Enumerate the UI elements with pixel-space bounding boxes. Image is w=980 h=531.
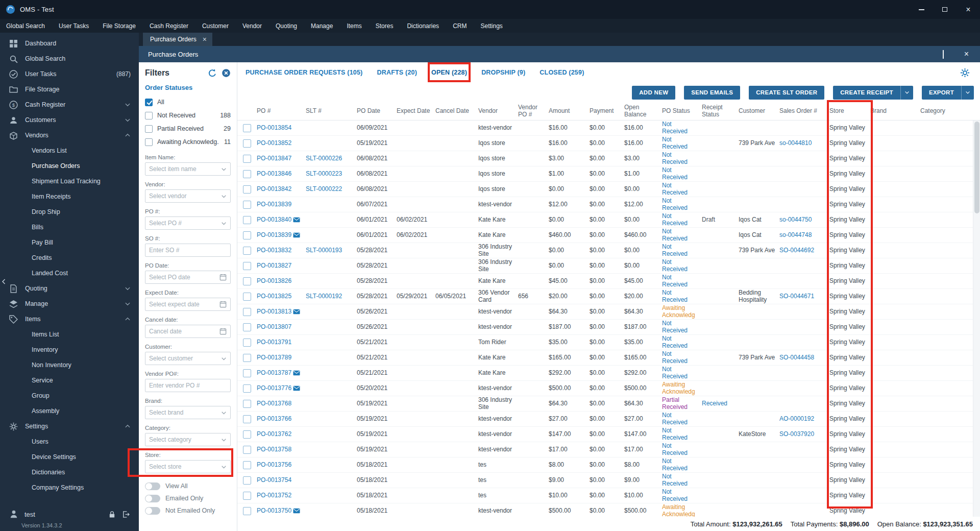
po-link[interactable]: PO-0013826 <box>257 278 291 285</box>
column-header[interactable]: Vendor <box>478 108 518 115</box>
row-checkbox[interactable] <box>243 415 251 423</box>
sidebar-item[interactable]: Items List <box>0 327 139 342</box>
table-row[interactable]: PO-0013832 SLT-0000193 05/28/2021 306 In… <box>237 243 973 258</box>
row-checkbox[interactable] <box>243 476 251 485</box>
slt-link[interactable]: SLT-0000192 <box>306 293 357 300</box>
menu-item[interactable]: Vendor <box>242 22 262 30</box>
table-row[interactable]: PO-0013787 05/21/2021 Kate Kare $292.00 … <box>237 366 973 381</box>
po-link[interactable]: PO-0013754 <box>257 477 291 484</box>
row-checkbox[interactable] <box>243 124 251 132</box>
inner-maximize-button[interactable] <box>943 51 944 58</box>
sidebar-item[interactable]: Purchase Orders <box>0 158 139 174</box>
row-checkbox[interactable] <box>243 185 251 194</box>
row-checkbox[interactable] <box>243 369 251 377</box>
table-row[interactable]: PO-0013776 05/20/2021 ktest-vendor $500.… <box>237 381 973 396</box>
column-header[interactable]: SLT # <box>306 108 357 115</box>
row-checkbox[interactable] <box>243 170 251 178</box>
toggle-switch[interactable] <box>145 482 160 490</box>
po-link[interactable]: PO-0013807 <box>257 324 291 331</box>
menu-item[interactable]: Cash Register <box>150 22 188 30</box>
slt-link[interactable]: SLT-0000223 <box>306 171 357 178</box>
row-checkbox[interactable] <box>243 461 251 469</box>
column-header[interactable]: Sales Order # <box>779 108 829 115</box>
po-link[interactable]: PO-0013827 <box>257 262 291 270</box>
po-link[interactable]: PO-0013768 <box>257 400 291 407</box>
row-checkbox[interactable] <box>243 339 251 347</box>
row-checkbox[interactable] <box>243 277 251 285</box>
menu-item[interactable]: File Storage <box>103 22 136 30</box>
checkbox[interactable] <box>145 138 153 146</box>
sidebar-item[interactable]: Assembly <box>0 403 139 419</box>
row-checkbox[interactable] <box>243 293 251 301</box>
menu-item[interactable]: Dictionaries <box>407 22 439 30</box>
sales-order-link[interactable]: so-0044810 <box>779 140 829 147</box>
toggle-row[interactable]: View All <box>145 480 231 492</box>
table-row[interactable]: PO-0013756 05/18/2021 tes $8.00 $0.00 $8… <box>237 457 973 473</box>
row-checkbox[interactable] <box>243 231 251 239</box>
sidebar-item[interactable]: Customers <box>0 112 139 128</box>
menu-item[interactable]: Customer <box>202 22 229 30</box>
sidebar-collapse-icon[interactable] <box>1 278 8 286</box>
status-filter-row[interactable]: All <box>145 95 231 109</box>
table-row[interactable]: PO-0013762 05/19/2021 ktest-vendor $147.… <box>237 427 973 442</box>
po-link[interactable]: PO-0013846 <box>257 171 291 178</box>
column-header[interactable]: Open Balance <box>624 104 662 118</box>
table-row[interactable]: PO-0013813 05/26/2021 ktest-vendor $64.3… <box>237 304 973 320</box>
menu-item[interactable]: User Tasks <box>59 22 89 30</box>
slt-link[interactable]: SLT-0000193 <box>306 247 357 254</box>
menu-item[interactable]: CRM <box>453 22 467 30</box>
po-link[interactable]: PO-0013813 <box>257 308 291 316</box>
filter-field-control[interactable]: Select store <box>145 460 231 473</box>
sidebar-item[interactable]: Company Settings <box>0 480 139 495</box>
toggle-switch[interactable] <box>145 507 160 515</box>
filter-field-control[interactable]: Enter SO # <box>145 244 231 257</box>
view-tab[interactable]: OPEN (228) <box>431 69 467 76</box>
row-checkbox[interactable] <box>243 354 251 362</box>
sales-order-link[interactable]: AO-0000192 <box>779 416 829 423</box>
toggle-row[interactable]: Not Emailed Only <box>145 504 231 517</box>
table-row[interactable]: PO-0013791 05/21/2021 Tom Rider $35.00 $… <box>237 335 973 350</box>
sidebar-item[interactable]: Landed Cost <box>0 266 139 281</box>
table-row[interactable]: PO-0013827 05/28/2021 306 Industry Site … <box>237 258 973 274</box>
table-row[interactable]: PO-0013789 05/21/2021 Kate Kare $165.00 … <box>237 350 973 366</box>
menu-item[interactable]: Quoting <box>276 22 297 30</box>
table-row[interactable]: PO-0013839 06/07/2021 ktest-vendor $12.0… <box>237 197 973 212</box>
dropdown-arrow[interactable] <box>900 86 913 100</box>
table-row[interactable]: PO-0013839 06/01/2021 06/02/2021 Kate Ka… <box>237 228 973 243</box>
gear-icon[interactable] <box>960 68 970 78</box>
sales-order-link[interactable]: so-0044750 <box>779 216 829 224</box>
checkbox[interactable] <box>145 125 153 133</box>
column-header[interactable]: Brand <box>870 108 920 115</box>
sales-order-link[interactable]: SO-0037920 <box>779 431 829 438</box>
sidebar-item[interactable]: Service <box>0 373 139 388</box>
scrollbar-thumb[interactable] <box>974 122 979 213</box>
clear-filters-icon[interactable] <box>222 68 231 78</box>
sidebar-item[interactable]: Vendors List <box>0 143 139 158</box>
sidebar-item[interactable]: Global Search <box>0 51 139 66</box>
vertical-scrollbar[interactable] <box>973 120 980 517</box>
table-row[interactable]: PO-0013768 05/19/2021 306 Industry Site … <box>237 396 973 412</box>
filter-field-control[interactable]: Select category <box>145 433 231 446</box>
po-link[interactable]: PO-0013847 <box>257 155 291 162</box>
row-checkbox[interactable] <box>243 308 251 316</box>
sidebar-item[interactable]: Credits <box>0 250 139 266</box>
table-row[interactable]: PO-0013826 05/28/2021 Kate Kare $45.00 $… <box>237 274 973 289</box>
row-checkbox[interactable] <box>243 155 251 163</box>
menu-item[interactable]: Stores <box>376 22 394 30</box>
table-row[interactable]: PO-0013846 SLT-0000223 06/08/2021 Iqos s… <box>237 166 973 182</box>
toolbar-button[interactable]: EXPORT <box>922 86 974 100</box>
column-header[interactable]: Expect Date <box>397 108 435 115</box>
view-tab[interactable]: DRAFTS (20) <box>377 69 417 76</box>
status-filter-row[interactable]: Partial Received 29 <box>145 122 231 135</box>
po-link[interactable]: PO-0013832 <box>257 247 291 254</box>
filter-field-control[interactable]: Select PO # <box>145 216 231 230</box>
lock-icon[interactable] <box>108 511 116 518</box>
row-checkbox[interactable] <box>243 400 251 408</box>
column-header[interactable]: Vendor PO # <box>518 104 549 118</box>
table-row[interactable]: PO-0013840 06/01/2021 06/02/2021 Kate Ka… <box>237 212 973 228</box>
table-row[interactable]: PO-0013842 SLT-0000222 06/08/2021 Iqos s… <box>237 182 973 197</box>
filter-field-control[interactable]: Select item name <box>145 162 231 176</box>
toolbar-button[interactable]: SEND EMAILS <box>684 86 740 100</box>
table-row[interactable]: PO-0013754 05/18/2021 tes $9.00 $0.00 $9… <box>237 473 973 488</box>
sidebar-item[interactable]: Vendors <box>0 128 139 143</box>
